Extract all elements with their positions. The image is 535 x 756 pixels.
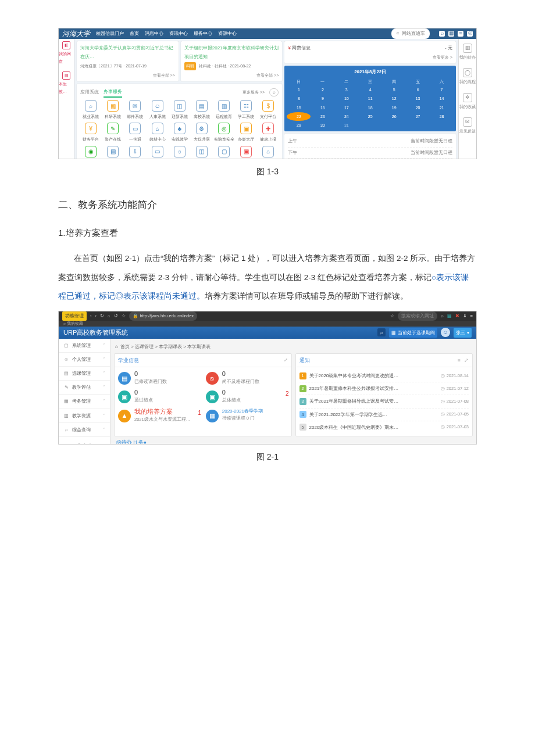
cal-cell-today[interactable]: 22 (287, 112, 311, 121)
cal-cell[interactable]: 12 (382, 94, 406, 103)
app-ybt[interactable]: ▤一表通 (102, 146, 123, 159)
cal-cell[interactable]: 8 (287, 94, 311, 103)
app-keyan[interactable]: ▩科研系统 (102, 100, 123, 120)
apps-search-icon[interactable]: ⌕ (269, 88, 279, 96)
nav-svc[interactable]: 服务中心 (194, 29, 212, 38)
browser-undo-icon[interactable]: ↺ (114, 312, 118, 320)
cal-cell[interactable]: 21 (430, 103, 454, 112)
browser-ext1-icon[interactable]: ▤ (447, 312, 452, 320)
cal-cell[interactable]: 5 (382, 85, 406, 94)
app-bshdt[interactable]: ▣办事大厅 (236, 123, 256, 143)
sidebar-item-system[interactable]: ▢系统管理˅ (59, 339, 110, 353)
app-jwxt[interactable]: ▣教务系统… (236, 146, 256, 159)
browser-close-icon[interactable]: ✖ (455, 312, 459, 320)
sidebar-item-eval[interactable]: ✎教学评估˅ (59, 381, 110, 395)
announce-card-mid[interactable]: 关于组织申报2021年度南京市软科学研究计划项目的通知 科研 社科处 · 社科处… (181, 41, 283, 81)
browser-reload-icon[interactable]: ↻ (100, 312, 104, 320)
user-badge[interactable]: 张三▾ (454, 328, 472, 338)
app-xwlw[interactable]: ◫学位论文管理 (191, 146, 212, 159)
nav-msg[interactable]: 消息中心 (145, 29, 163, 38)
cal-cell[interactable]: 14 (430, 94, 454, 103)
app-zhjs[interactable]: ☼智慧教室 (169, 146, 190, 159)
announce-left-more[interactable]: 查看全部 >> (80, 71, 175, 79)
menu-icon[interactable]: ≡ (458, 31, 463, 37)
sidebar-item-exam[interactable]: ▦考务管理˅ (59, 395, 110, 409)
sidebar-item-query[interactable]: ⌕综合查询˅ (59, 423, 110, 437)
browser-home-icon[interactable]: ⌂ (108, 312, 110, 320)
browser-search-icon[interactable]: ⌕ (441, 312, 444, 320)
app-jiuye[interactable]: ⌕就业系统 (80, 100, 101, 120)
cal-cell[interactable]: 31 (334, 121, 358, 130)
app-mail[interactable]: ✉邮件系统 (124, 100, 145, 120)
app-ykt[interactable]: ▭一卡通 (124, 123, 145, 143)
search-icon[interactable]: ⌕ (439, 31, 445, 37)
home-icon[interactable]: ⌂ (115, 342, 118, 351)
rr-todo[interactable]: ▥我的待办 (459, 44, 476, 61)
browser-menu-icon[interactable]: ≡ (470, 312, 473, 320)
omnibox-right[interactable]: 搜索或输入网址 (398, 311, 437, 321)
cal-cell[interactable]: 19 (382, 103, 406, 112)
tab-appsys[interactable]: 应用系统 (80, 88, 99, 96)
rail-mydisk[interactable]: ◧ 我的网盘 (59, 41, 74, 66)
browser-download-icon[interactable]: ⇓ (463, 312, 467, 320)
cal-cell[interactable]: 17 (334, 103, 358, 112)
app-yuancheng[interactable]: ▥远程教育 (213, 100, 234, 120)
browser-fwd-icon[interactable]: › (95, 312, 97, 320)
term-button[interactable]: ▦ 当前处于选课期间 (389, 328, 437, 338)
cal-cell[interactable]: 10 (334, 94, 358, 103)
cal-cell[interactable]: 24 (334, 112, 358, 121)
url-star-icon[interactable]: ☆ (390, 312, 394, 320)
announce-card-left[interactable]: 河海大学党委关于认真学习贯彻习近平总书记在庆… 河海通报〔2021〕77号 · … (77, 41, 179, 81)
cal-cell[interactable]: 23 (311, 112, 334, 121)
site-nav-select[interactable]: ∝ 网站直通车 (391, 28, 430, 38)
rr-fav[interactable]: ✲我的收藏 (459, 93, 476, 110)
app-oldportal[interactable]: ⌂老旧门户 (258, 146, 279, 159)
app-health[interactable]: ✚健康上报 (258, 123, 279, 143)
browser-back-icon[interactable]: ‹ (90, 312, 92, 320)
app-zxkc[interactable]: ▭在线课程（… (147, 146, 167, 159)
app-caiwu[interactable]: ¥财务平台 (80, 123, 101, 143)
notice-row[interactable]: 52020级本科生《中国近现代史纲要》期末… ◷2021-07-03 (299, 421, 469, 433)
app-shiyan[interactable]: ◎实验室安全 (213, 123, 234, 143)
app-dayi[interactable]: ⚙大仪共享 (191, 123, 212, 143)
app-lixiao[interactable]: ▤离校系统 (191, 100, 212, 120)
cal-cell[interactable]: 25 (358, 112, 382, 121)
rail-edu[interactable]: ▤ 本生教… (59, 71, 74, 96)
notice-row[interactable]: 22021年暑期重修本科生公共课报考试安排… ◷2021-07-12 (299, 382, 469, 395)
notice-row[interactable]: 3关于2021年暑期重修辅导线上课及考试安… ◷2021-07-08 (299, 395, 469, 408)
tabs-more[interactable]: 更多服务 >> (242, 88, 265, 96)
sidebar-item-personal[interactable]: ☺个人管理˅ (59, 353, 110, 367)
app-shijian[interactable]: ♣实践教学 (169, 123, 190, 143)
app-sanwu[interactable]: ◉三务超市 (80, 146, 101, 159)
app-jiaocai[interactable]: ⌂教材中心 (147, 123, 167, 143)
nav-news[interactable]: 资讯中心 (169, 29, 188, 38)
cal-cell[interactable]: 16 (311, 103, 334, 112)
app-zhifu[interactable]: $支付平台 (258, 100, 279, 120)
nav-home[interactable]: 首页 (130, 29, 139, 38)
sidebar-item-res[interactable]: ▥教学资源˅ (59, 409, 110, 423)
browser-fav-bar[interactable]: ⌕ 我的收藏 (59, 321, 476, 327)
cal-cell[interactable]: 26 (382, 112, 406, 121)
cal-cell[interactable]: 28 (430, 112, 454, 121)
stat-my-plan[interactable]: ▲ 我的培养方案 2021级水文与水资源工程… 1 (118, 409, 200, 424)
grid-icon[interactable]: ▦ (448, 31, 454, 37)
app-renshi[interactable]: ☺人事系统 (147, 100, 167, 120)
cal-cell[interactable]: 3 (334, 85, 358, 94)
app-bsgl[interactable]: ▢博士管理 (213, 146, 234, 159)
browser-star-icon[interactable]: ☆ (122, 312, 126, 320)
rr-fb[interactable]: ✉意见反馈 (459, 117, 476, 135)
cal-cell[interactable]: 13 (406, 94, 430, 103)
announce-mid-more[interactable]: 查看全部 >> (184, 71, 279, 79)
cal-cell[interactable]: 7 (430, 85, 454, 94)
sb-nav-prev[interactable]: ‹ (84, 439, 86, 445)
app-jwxz[interactable]: ⇩教务系统下载 (124, 146, 145, 159)
cal-cell[interactable]: 11 (358, 94, 382, 103)
user-avatar[interactable]: ☺ (441, 328, 450, 337)
expand-icon[interactable]: ⤢ (284, 356, 288, 364)
cal-cell[interactable]: 15 (287, 103, 311, 112)
sb-nav-next[interactable]: › (89, 439, 91, 445)
expand-icon[interactable]: ⤢ (464, 356, 469, 365)
notice-row[interactable]: 4关于2021-2022学年第一学期学生选… ◷2021-07-05 (299, 409, 469, 421)
fee-more[interactable]: 查看更多 > (288, 53, 452, 61)
sb-nav-first[interactable]: « (78, 439, 80, 445)
